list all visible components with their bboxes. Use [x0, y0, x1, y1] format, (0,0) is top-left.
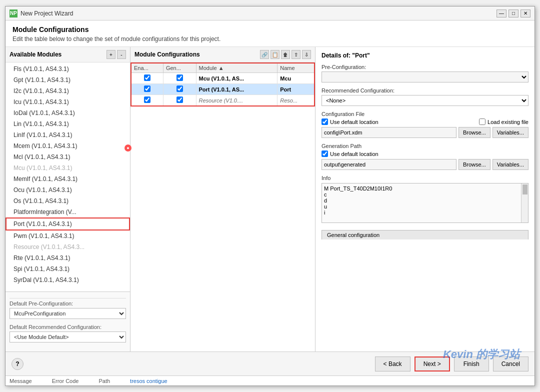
config-file-label: Configuration File [322, 111, 528, 117]
info-scrollbar[interactable] [521, 184, 528, 222]
use-default-location-label: Use default location [330, 119, 378, 125]
move-down-icon-btn[interactable]: ⇩ [302, 50, 311, 59]
delete-indicator[interactable]: ● [124, 144, 132, 152]
module-item-icu[interactable]: Icu (V1.0.1, AS4.3.1) [6, 96, 130, 108]
table-row: Mcu (V1.0.1, AS... Mcu [131, 73, 314, 84]
module-item-spi[interactable]: Spi (V1.0.1, AS4.3.1) [6, 264, 130, 274]
expand-all-button[interactable]: + [106, 50, 116, 59]
resource-module-cell: Resource (V1.0.... [196, 95, 278, 106]
load-existing-file-label: Load existing file [488, 119, 528, 125]
use-default-location-row: Use default location Load existing file [322, 118, 528, 125]
gen-variables-button[interactable]: Variables... [492, 159, 528, 170]
resource-enabled-checkbox[interactable] [144, 96, 150, 103]
table-row[interactable]: Port (V1.0.1, AS... Port [131, 84, 314, 95]
info-section: Info M Port_TS_T40D2M10I1R0 c d u i [322, 175, 528, 223]
module-item-linif[interactable]: LinIf (V1.0.1, AS4.3.1) [6, 130, 130, 140]
use-default-gen-location-checkbox[interactable] [322, 150, 328, 157]
module-item-i2c[interactable]: I2c (V1.0.1, AS4.3.1) [6, 86, 130, 96]
default-rec-config-select[interactable]: <Use Module Default> [10, 332, 126, 342]
link-icon-btn[interactable]: 🔗 [260, 50, 269, 59]
resource-name-cell: Reso... [278, 95, 314, 106]
left-panel: Available Modules + - Fls (V1.0.1, AS4.3… [6, 47, 130, 352]
mcu-generated-checkbox[interactable] [176, 74, 183, 81]
window-title: New Project Wizard [20, 10, 73, 17]
path-label: Path [98, 378, 110, 384]
module-item-os[interactable]: Os (V1.0.1, AS4.3.1) [6, 196, 130, 206]
use-default-location-checkbox[interactable] [322, 118, 328, 125]
app-icon: NP [10, 10, 18, 18]
config-file-section: Configuration File Use default location … [322, 111, 528, 138]
help-button[interactable]: ? [12, 358, 24, 370]
config-file-path-input[interactable] [322, 127, 456, 138]
close-button[interactable]: ✕ [520, 10, 530, 18]
main-window: NP New Project Wizard — □ ✕ Module Confi… [5, 6, 535, 386]
module-item-mcl[interactable]: Mcl (V1.0.1, AS4.3.1) [6, 152, 130, 162]
module-item-memif[interactable]: MemIf (V1.0.1, AS4.3.1) [6, 174, 130, 184]
info-scrollbar-thumb [522, 184, 528, 194]
load-existing-file-checkbox[interactable] [479, 118, 486, 125]
move-up-icon-btn[interactable]: ⇧ [292, 50, 300, 59]
module-item-mcu[interactable]: Mcu (V1.0.1, AS4.3.1) [6, 162, 130, 174]
config-variables-button[interactable]: Variables... [492, 127, 528, 138]
module-configurations-header: Module Configurations 🔗 📋 🗑 ⇧ ⇩ [130, 47, 315, 62]
maximize-button[interactable]: □ [508, 10, 518, 18]
next-button[interactable]: Next > [414, 356, 450, 372]
info-line-1: M Port_TS_T40D2M10I1R0 [324, 186, 526, 192]
config-table-inner: Ena... Gen... Module ▲ Name Mcu (V1.0.1,… [130, 62, 315, 106]
status-bar: Message Error Code Path tresos contigue [6, 376, 534, 386]
default-pre-config-label: Default Pre-Configuration: [10, 300, 126, 306]
tresos-link[interactable]: tresos contigue [130, 378, 168, 384]
delete-icon-btn[interactable]: 🗑 [281, 50, 290, 59]
finish-button[interactable]: Finish [454, 356, 489, 372]
cancel-button[interactable]: Cancel [493, 356, 528, 372]
gen-path-section: Generation Path Use default location Bro… [322, 143, 528, 170]
pre-config-select[interactable] [322, 72, 528, 82]
back-button[interactable]: < Back [375, 356, 410, 372]
config-browse-button[interactable]: Browse... [458, 127, 490, 138]
rec-config-select[interactable]: <None> [322, 95, 528, 106]
port-name-cell: Port [278, 84, 314, 95]
port-enabled-checkbox[interactable] [144, 86, 150, 92]
gen-browse-button[interactable]: Browse... [458, 159, 490, 170]
module-item-lin[interactable]: Lin (V1.0.1, AS4.3.1) [6, 118, 130, 130]
available-modules-title: Available Modules [10, 51, 62, 58]
module-item-gpt[interactable]: Gpt (V1.0.1, AS4.3.1) [6, 74, 130, 86]
module-item-ocu[interactable]: Ocu (V1.0.1, AS4.3.1) [6, 184, 130, 196]
resource-generated-checkbox[interactable] [176, 96, 183, 103]
module-item-mcem[interactable]: Mcem (V1.0.1, AS4.3.1) [6, 140, 130, 152]
footer-left: ? [12, 358, 24, 370]
default-pre-config-select[interactable]: McuPreConfiguration [10, 308, 126, 319]
page-subtitle: Edit the table below to change the set o… [12, 36, 528, 42]
module-item-iodal[interactable]: IoDal (V1.0.1, AS4.3.1) [6, 108, 130, 118]
resource-generated-cell [163, 95, 196, 106]
pre-config-group: Pre-Configuration: [322, 64, 528, 82]
module-item-fls[interactable]: Fls (V1.0.1, AS4.3.1) [6, 64, 130, 74]
module-item-port[interactable]: Port (V1.0.1, AS4.3.1) [6, 218, 130, 230]
info-label: Info [322, 175, 528, 181]
module-item-syrdal[interactable]: SyrDal (V1.0.1, AS4.3.1) [6, 274, 130, 286]
collapse-all-button[interactable]: - [117, 50, 126, 59]
use-default-gen-location-row: Use default location [322, 150, 528, 157]
port-generated-checkbox[interactable] [176, 86, 183, 92]
table-header-row: Ena... Gen... Module ▲ Name [131, 63, 314, 73]
copy-icon-btn[interactable]: 📋 [270, 50, 280, 59]
footer: ? < Back Next > Finish Cancel [6, 352, 534, 376]
module-item-rte[interactable]: Rte (V1.0.1, AS4.3.1) [6, 252, 130, 264]
minimize-button[interactable]: — [496, 10, 506, 18]
module-item-pwm[interactable]: Pwm (V1.0.1, AS4.3.1) [6, 230, 130, 242]
module-item-resource[interactable]: Resource (V1.0.1, AS4.3... [6, 242, 130, 252]
module-configurations-toolbar: 🔗 📋 🗑 ⇧ ⇩ [260, 50, 311, 59]
window-controls: — □ ✕ [496, 10, 530, 18]
module-item-platformintegration[interactable]: PlatformIntegration (V... [6, 206, 130, 218]
available-modules-icons: + - [106, 50, 126, 59]
mcu-enabled-checkbox[interactable] [144, 74, 150, 81]
info-box: M Port_TS_T40D2M10I1R0 c d u i [322, 183, 528, 223]
rec-config-label: Recommended Configuration: [322, 88, 528, 94]
port-enabled-cell [131, 84, 163, 95]
port-module-cell: Port (V1.0.1, AS... [196, 84, 278, 95]
available-modules-header: Available Modules + - [6, 47, 130, 62]
use-default-gen-location-label: Use default location [330, 151, 378, 157]
gen-path-input[interactable] [322, 159, 456, 170]
general-config-tab[interactable]: General configuration [322, 230, 528, 240]
table-row: Resource (V1.0.... Reso... [131, 95, 314, 106]
